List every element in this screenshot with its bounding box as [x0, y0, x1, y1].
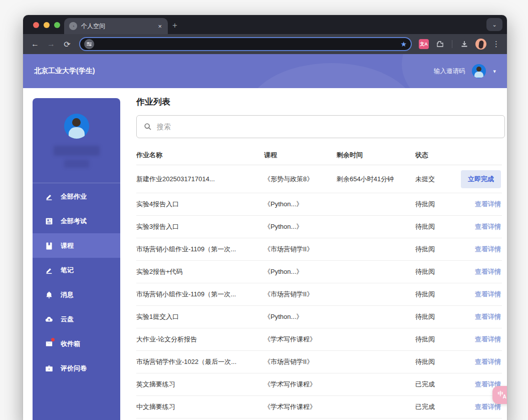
view-details-link[interactable]: 查看详情 — [475, 268, 501, 275]
mail-icon — [45, 339, 53, 348]
col-course: 课程 — [264, 151, 337, 160]
view-details-link[interactable]: 查看详情 — [475, 290, 501, 298]
sidebar-profile — [33, 98, 120, 168]
extensions-puzzle-icon[interactable] — [433, 37, 447, 51]
table-row: 实验1提交入口《Python...》待批阅查看详情 — [136, 306, 502, 328]
browser-profile-avatar[interactable] — [475, 39, 486, 50]
complete-now-button[interactable]: 立即完成 — [461, 170, 501, 188]
minimize-window-button[interactable] — [44, 22, 50, 28]
tab-close-icon[interactable]: × — [157, 23, 163, 30]
col-assignment-name: 作业名称 — [136, 151, 264, 160]
sidebar-item-mail-6[interactable]: 收件箱 — [33, 331, 120, 356]
assignment-name-cell: 市场营销小组作业-1109（第一次... — [136, 290, 264, 299]
sidebar-item-label: 收件箱 — [61, 339, 80, 348]
exam-icon — [45, 217, 53, 225]
bookmark-star-icon[interactable]: ★ — [400, 40, 407, 48]
sidebar-item-briefcase-7[interactable]: 评价问卷 — [33, 356, 120, 380]
main-content: 作业列表 作业名称 课程 剩余时间 状态 新建作业2025031717014..… — [136, 96, 507, 420]
col-remaining-time: 剩余时间 — [337, 151, 415, 160]
user-avatar[interactable] — [472, 64, 486, 78]
browser-menu-icon[interactable]: ⋮ — [490, 40, 502, 49]
course-cell: 《学术写作课程》 — [264, 335, 337, 344]
assignment-name-cell: 大作业-论文分析报告 — [136, 335, 264, 344]
course-cell: 《市场营销学II》 — [264, 290, 337, 299]
status-cell: 待批阅 — [415, 335, 456, 344]
user-menu-chevron-icon[interactable]: ▾ — [493, 68, 496, 75]
status-cell: 待批阅 — [415, 245, 456, 254]
tab-search-button[interactable]: ⌄ — [486, 18, 502, 31]
search-input[interactable] — [157, 123, 497, 131]
chevron-down-icon: ⌄ — [492, 22, 496, 28]
status-cell: 待批阅 — [415, 312, 456, 321]
sidebar-item-bell-4[interactable]: 消息 — [33, 282, 120, 307]
translate-en-glyph: A — [502, 394, 506, 399]
course-cell: 《形势与政策8》 — [264, 175, 337, 184]
tab-favicon-icon: ◔ — [69, 22, 77, 30]
action-cell: 查看详情 — [456, 402, 502, 411]
table-row: 中文摘要练习《学术写作课程》已完成查看详情 — [136, 396, 502, 418]
immersive-translate-float-button[interactable]: 中 A — [492, 386, 507, 404]
course-cell: 《学术写作课程》 — [264, 380, 337, 389]
view-details-link[interactable]: 查看详情 — [475, 223, 501, 230]
view-details-link[interactable]: 查看详情 — [475, 200, 501, 208]
view-details-link[interactable]: 查看详情 — [475, 313, 501, 320]
page-title: 作业列表 — [136, 96, 502, 108]
tab-strip: ◔ 个人空间 × + ⌄ — [23, 15, 507, 34]
book-icon — [45, 241, 53, 250]
action-cell: 查看详情 — [456, 267, 502, 276]
status-cell: 未提交 — [415, 175, 456, 184]
view-details-link[interactable]: 查看详情 — [475, 358, 501, 365]
new-tab-button[interactable]: + — [172, 21, 177, 30]
assignment-name-cell: 中文摘要练习 — [136, 402, 264, 411]
reload-button[interactable]: ⟳ — [60, 37, 74, 51]
status-cell: 待批阅 — [415, 222, 456, 231]
sidebar-item-pen-3[interactable]: 笔记 — [33, 258, 120, 282]
table-row: 实验2报告+代码《Python...》待批阅查看详情 — [136, 261, 502, 283]
close-window-button[interactable] — [33, 22, 39, 28]
course-cell: 《Python...》 — [264, 312, 337, 321]
course-cell: 《市场营销学II》 — [264, 357, 337, 366]
browser-window: ◔ 个人空间 × + ⌄ ← → ⟳ ★ 文A — [23, 15, 507, 420]
sidebar-item-cloud-5[interactable]: 云盘 — [33, 307, 120, 331]
table-row: 新建作业2025031717014...《形势与政策8》剩余654小时41分钟未… — [136, 165, 502, 193]
site-settings-icon[interactable] — [84, 39, 94, 49]
sidebar-item-label: 课程 — [61, 241, 74, 250]
tab-title: 个人空间 — [81, 22, 153, 31]
sidebar-item-pen-0[interactable]: 全部作业 — [33, 184, 120, 209]
action-cell: 查看详情 — [456, 222, 502, 231]
browser-toolbar: ← → ⟳ ★ 文A ⋮ — [23, 34, 507, 54]
view-details-link[interactable]: 查看详情 — [475, 403, 501, 410]
translate-extension-icon[interactable]: 文A — [419, 39, 429, 49]
sidebar-item-book-2[interactable]: 课程 — [33, 233, 120, 258]
pen-icon — [45, 266, 53, 274]
assignment-name-cell: 实验3报告入口 — [136, 222, 264, 231]
bell-icon — [45, 290, 53, 299]
assignment-name-cell: 英文摘要练习 — [136, 380, 264, 389]
address-bar[interactable]: ★ — [79, 37, 412, 51]
table-header-row: 作业名称 课程 剩余时间 状态 — [136, 145, 502, 165]
back-button[interactable]: ← — [28, 37, 42, 51]
sidebar-item-label: 消息 — [61, 290, 74, 299]
downloads-icon[interactable] — [457, 37, 471, 51]
forward-button[interactable]: → — [44, 37, 58, 51]
search-box[interactable] — [136, 115, 505, 138]
header-decoration — [246, 63, 417, 88]
sidebar: 全部作业全部考试课程笔记消息云盘收件箱评价问卷 — [33, 98, 120, 420]
toolbar-separator — [452, 40, 452, 48]
maximize-window-button[interactable] — [54, 22, 60, 28]
action-cell: 立即完成 — [456, 170, 502, 188]
cloud-icon — [45, 315, 53, 323]
sidebar-item-label: 笔记 — [61, 266, 74, 275]
course-cell: 《Python...》 — [264, 267, 337, 276]
sidebar-item-exam-1[interactable]: 全部考试 — [33, 209, 120, 233]
view-details-link[interactable]: 查看详情 — [475, 335, 501, 343]
status-cell: 待批阅 — [415, 267, 456, 276]
invite-code-link[interactable]: 输入邀请码 — [434, 67, 465, 76]
traffic-lights — [33, 22, 60, 28]
profile-avatar[interactable] — [64, 114, 89, 139]
sidebar-item-label: 评价问卷 — [61, 364, 87, 373]
sidebar-menu: 全部作业全部考试课程笔记消息云盘收件箱评价问卷 — [33, 183, 120, 380]
browser-tab[interactable]: ◔ 个人空间 × — [64, 18, 168, 34]
view-details-link[interactable]: 查看详情 — [475, 245, 501, 253]
action-cell: 查看详情 — [456, 200, 502, 209]
